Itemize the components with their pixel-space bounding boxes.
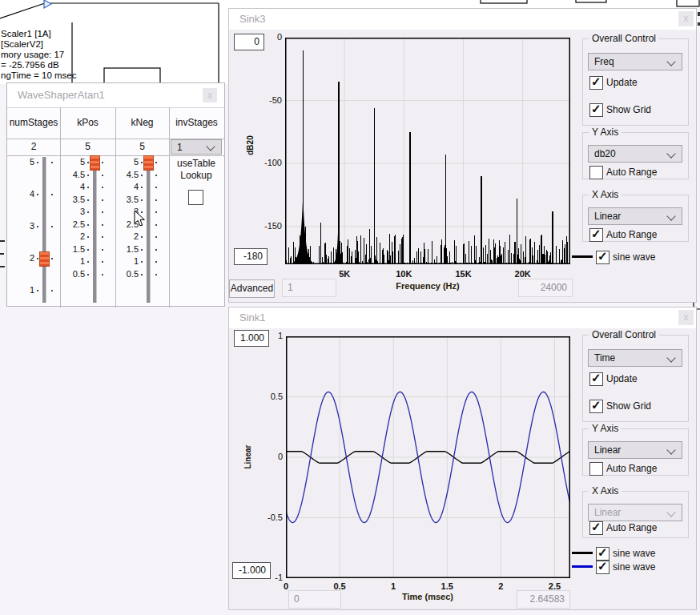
- legend-line-swatch: [572, 565, 593, 568]
- waveshaper-titlebar[interactable]: WaveShaperAtan1 x: [7, 83, 224, 107]
- slider-tick-label: 4: [115, 182, 139, 191]
- sink3-xmax-field[interactable]: 24000: [518, 279, 573, 297]
- slider-tick-mark: [51, 258, 53, 259]
- slider-tick-mark: [51, 290, 53, 291]
- axis-tick-label: 0: [244, 452, 283, 461]
- axis-tick-label: 1.5: [429, 581, 465, 591]
- slider-tick-mark: [51, 226, 53, 227]
- slider-tick-mark: [155, 274, 157, 275]
- show-grid-checkbox[interactable]: [589, 400, 603, 413]
- slider-handle[interactable]: [39, 251, 50, 267]
- sink3-ymin-box[interactable]: -180: [234, 248, 268, 265]
- invstages-dropdown[interactable]: 1: [171, 139, 222, 155]
- sink1-y-axis-dropdown[interactable]: Linear: [588, 441, 682, 459]
- usetable-checkbox[interactable]: [188, 190, 203, 205]
- slider-tick-mark: [155, 187, 157, 188]
- group-label: Overall Control: [589, 329, 659, 340]
- slider-tick-mark: [102, 274, 103, 275]
- x-auto-range-checkbox[interactable]: [589, 228, 603, 242]
- param-value[interactable]: 2: [7, 139, 60, 155]
- slider-tick-mark: [141, 249, 143, 251]
- slider-tick-mark: [155, 249, 157, 251]
- x-auto-range-checkbox[interactable]: [589, 521, 603, 535]
- dropdown-value: Linear: [594, 444, 621, 456]
- legend-checkbox[interactable]: [596, 251, 609, 264]
- dropdown-value: Freq: [594, 56, 614, 67]
- slider-tick-label: 1.5: [115, 244, 139, 254]
- slider-kPos[interactable]: 54.543.532.521.510.5: [60, 155, 115, 308]
- slider-tick-mark: [102, 162, 103, 163]
- close-icon[interactable]: x: [678, 310, 694, 325]
- sink1-xmax-field[interactable]: 2.64583: [517, 590, 570, 609]
- close-icon[interactable]: x: [203, 88, 217, 102]
- chevron-down-icon: [666, 211, 675, 220]
- axis-tick-label: -100: [243, 158, 282, 167]
- checkbox-label: Auto Range: [606, 522, 657, 533]
- slider-tick-label: 5: [7, 157, 34, 167]
- slider-tick-label: 1.5: [60, 244, 85, 254]
- y-auto-range-checkbox[interactable]: [589, 462, 603, 476]
- column-header: numStages: [7, 107, 60, 139]
- slider-tick-mark: [141, 175, 143, 176]
- show-grid-checkbox[interactable]: [589, 103, 603, 117]
- slider-numStages[interactable]: 54321: [7, 155, 60, 308]
- sink1-overall-dropdown[interactable]: Time: [588, 349, 682, 367]
- slider-tick-label: 3.5: [115, 195, 139, 204]
- sink1-xmin-field[interactable]: 0: [288, 590, 341, 609]
- sink3-xmin-field[interactable]: 1: [282, 279, 336, 297]
- advanced-button[interactable]: Advanced: [229, 279, 275, 298]
- app-canvas: Scaler1 [1A] [ScalerV2] mory usage: 17 =…: [0, 0, 700, 615]
- param-value[interactable]: 5: [115, 139, 169, 155]
- sink3-x-axis-dropdown[interactable]: Linear: [588, 207, 682, 225]
- slider-tick-mark: [155, 211, 157, 213]
- chevron-down-icon: [206, 142, 215, 151]
- legend-checkbox[interactable]: [596, 561, 609, 574]
- update-checkbox[interactable]: [589, 76, 603, 90]
- chevron-down-icon: [666, 508, 675, 517]
- sink3-y-axis-dropdown[interactable]: db20: [588, 145, 682, 163]
- close-icon[interactable]: x: [678, 11, 694, 26]
- slider-tick-mark: [155, 261, 157, 263]
- slider-kNeg[interactable]: 54.543.532.521.510.5: [115, 155, 169, 308]
- slider-tick-label: 4: [60, 182, 85, 191]
- axis-tick-label: 0: [268, 581, 304, 591]
- slider-tick-label: 1: [115, 256, 139, 266]
- dropdown-value: Linear: [594, 211, 621, 222]
- slider-tick-mark: [51, 162, 53, 163]
- slider-tick-label: 2: [115, 231, 139, 241]
- slider-track[interactable]: [42, 157, 46, 303]
- axis-tick-label: 0.5: [244, 392, 283, 401]
- sink3-overall-dropdown[interactable]: Freq: [588, 53, 682, 70]
- axis-tick-label: 1: [244, 331, 283, 340]
- slider-tick-mark: [141, 236, 143, 238]
- y-auto-range-checkbox[interactable]: [589, 166, 603, 179]
- sink1-scope-plot: [286, 336, 570, 578]
- slider-tick-label: 5: [115, 157, 139, 167]
- slider-tick-mark: [102, 236, 103, 238]
- chevron-down-icon: [666, 445, 675, 454]
- slider-tick-label: 4.5: [60, 170, 85, 179]
- checkbox-label: Show Grid: [606, 400, 651, 412]
- slider-tick-label: 3: [7, 221, 34, 231]
- window-title: Sink3: [239, 13, 266, 25]
- slider-tick-mark: [141, 261, 143, 263]
- column-header: kNeg: [115, 107, 169, 139]
- axis-tick-label: 2.5: [537, 581, 572, 591]
- sink1-titlebar[interactable]: Sink1 x: [229, 308, 696, 328]
- sink3-xaxis-label: Frequency (Hz): [364, 281, 492, 291]
- param-value[interactable]: 5: [60, 139, 115, 155]
- group-label: X Axis: [589, 189, 622, 200]
- slider-tick-mark: [87, 274, 89, 275]
- slider-track[interactable]: [93, 157, 97, 303]
- slider-tick-label: 4.5: [115, 170, 139, 179]
- slider-track[interactable]: [147, 157, 151, 303]
- update-checkbox[interactable]: [589, 372, 603, 386]
- mouse-cursor-icon: [134, 210, 147, 227]
- chevron-down-icon: [666, 149, 675, 158]
- slider-handle[interactable]: [143, 155, 154, 171]
- slider-handle[interactable]: [90, 155, 100, 171]
- slider-tick-mark: [102, 175, 103, 176]
- slider-tick-mark: [141, 199, 143, 201]
- slider-tick-mark: [102, 224, 103, 226]
- sink3-titlebar[interactable]: Sink3 x: [229, 9, 696, 30]
